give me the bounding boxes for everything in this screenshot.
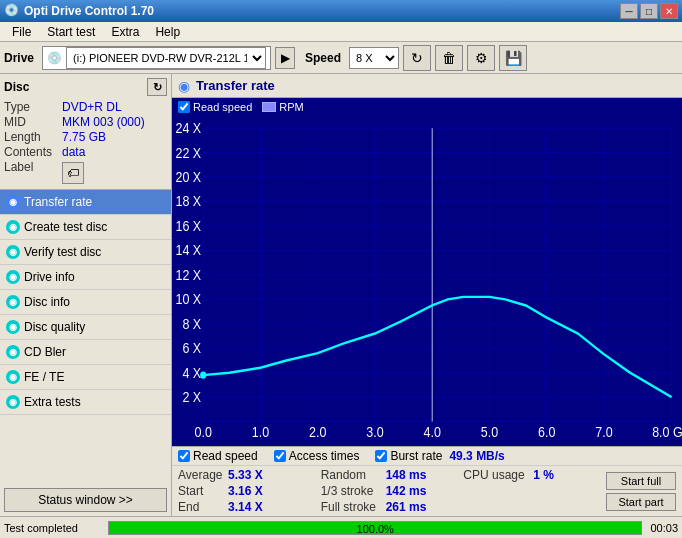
- menu-help[interactable]: Help: [147, 23, 188, 41]
- svg-text:4.0: 4.0: [424, 425, 442, 441]
- full-stroke-row: Full stroke 261 ms: [321, 500, 460, 514]
- disc-refresh-button[interactable]: ↻: [147, 78, 167, 96]
- drive-refresh-button[interactable]: ▶: [275, 47, 295, 69]
- extra-tests-icon: ◉: [6, 395, 20, 409]
- average-label: Average: [178, 468, 228, 482]
- disc-length-label: Length: [4, 130, 62, 144]
- cpu-row: CPU usage 1 %: [463, 468, 602, 482]
- nav-label-transfer-rate: Transfer rate: [24, 195, 92, 209]
- disc-type-label: Type: [4, 100, 62, 114]
- nav-label-cd-bler: CD Bler: [24, 345, 66, 359]
- disc-mid-row: MID MKM 003 (000): [4, 115, 167, 129]
- disc-label-button[interactable]: 🏷: [62, 162, 84, 184]
- title-bar: 💿 Opti Drive Control 1.70 ─ □ ✕: [0, 0, 682, 22]
- svg-text:6 X: 6 X: [182, 340, 201, 356]
- disc-mid-value: MKM 003 (000): [62, 115, 145, 129]
- random-label: Random: [321, 468, 386, 482]
- rpm-legend-color: [262, 102, 276, 112]
- end-row: End 3.14 X: [178, 500, 317, 514]
- erase-button[interactable]: 🗑: [435, 45, 463, 71]
- stroke13-row: 1/3 stroke 142 ms: [321, 484, 460, 498]
- disc-label-row: Label 🏷: [4, 160, 167, 184]
- svg-text:5.0: 5.0: [481, 425, 499, 441]
- chart-legend: Read speed RPM: [172, 98, 682, 116]
- nav-item-fe-te[interactable]: ◉ FE / TE: [0, 365, 171, 390]
- nav-item-extra-tests[interactable]: ◉ Extra tests: [0, 390, 171, 415]
- legend-read-speed-label: Read speed: [193, 101, 252, 113]
- status-time: 00:03: [650, 522, 678, 534]
- cd-bler-icon: ◉: [6, 345, 20, 359]
- random-value: 148 ms: [386, 468, 427, 482]
- menu-extra[interactable]: Extra: [103, 23, 147, 41]
- svg-text:0.0: 0.0: [195, 425, 213, 441]
- nav-item-disc-info[interactable]: ◉ Disc info: [0, 290, 171, 315]
- nav-label-create-test-disc: Create test disc: [24, 220, 107, 234]
- svg-text:2.0: 2.0: [309, 425, 327, 441]
- window-controls: ─ □ ✕: [620, 3, 678, 19]
- burst-rate-checkbox[interactable]: [375, 450, 387, 462]
- minimize-button[interactable]: ─: [620, 3, 638, 19]
- nav-items: ◉ Transfer rate ◉ Create test disc ◉ Ver…: [0, 190, 171, 484]
- start-full-button[interactable]: Start full: [606, 472, 676, 490]
- average-value: 5.33 X: [228, 468, 273, 482]
- disc-contents-value: data: [62, 145, 85, 159]
- disc-info-icon: ◉: [6, 295, 20, 309]
- burst-rate-check-label: Burst rate: [390, 449, 442, 463]
- access-times-checkbox[interactable]: [274, 450, 286, 462]
- status-window-button[interactable]: Status window >>: [4, 488, 167, 512]
- transfer-rate-icon: ◉: [6, 195, 20, 209]
- disc-type-row: Type DVD+R DL: [4, 100, 167, 114]
- svg-rect-0: [172, 116, 682, 446]
- chart-area: 24 X 22 X 20 X 18 X 16 X 14 X 12 X 10 X …: [172, 116, 682, 446]
- read-speed-checkbox-stats[interactable]: [178, 450, 190, 462]
- nav-item-drive-info[interactable]: ◉ Drive info: [0, 265, 171, 290]
- svg-text:6.0: 6.0: [538, 425, 556, 441]
- nav-item-create-test-disc[interactable]: ◉ Create test disc: [0, 215, 171, 240]
- maximize-button[interactable]: □: [640, 3, 658, 19]
- save-button[interactable]: 💾: [499, 45, 527, 71]
- progress-percent: 100.0%: [109, 522, 641, 536]
- start-row: Start 3.16 X: [178, 484, 317, 498]
- burst-rate-check-item: Burst rate 49.3 MB/s: [375, 449, 504, 463]
- content-header: ◉ Transfer rate: [172, 74, 682, 98]
- refresh-button[interactable]: ↻: [403, 45, 431, 71]
- start-label: Start: [178, 484, 228, 498]
- progress-bar: 100.0%: [108, 521, 642, 535]
- drive-label: Drive: [4, 51, 34, 65]
- full-stroke-label: Full stroke: [321, 500, 386, 514]
- nav-label-verify-test-disc: Verify test disc: [24, 245, 101, 259]
- drive-info-icon: ◉: [6, 270, 20, 284]
- speed-dropdown[interactable]: Max2 X4 X8 X12 X16 X: [349, 47, 399, 69]
- nav-item-transfer-rate[interactable]: ◉ Transfer rate: [0, 190, 171, 215]
- nav-item-verify-test-disc[interactable]: ◉ Verify test disc: [0, 240, 171, 265]
- read-speed-checkbox[interactable]: [178, 101, 190, 113]
- toolbar: Drive 💿 (i:) PIONEER DVD-RW DVR-212L 1.2…: [0, 42, 682, 74]
- svg-text:1.0: 1.0: [252, 425, 270, 441]
- settings-button[interactable]: ⚙: [467, 45, 495, 71]
- svg-text:8 X: 8 X: [182, 316, 201, 332]
- nav-label-disc-info: Disc info: [24, 295, 70, 309]
- read-speed-check-label: Read speed: [193, 449, 258, 463]
- main-layout: Disc ↻ Type DVD+R DL MID MKM 003 (000) L…: [0, 74, 682, 516]
- disc-contents-label: Contents: [4, 145, 62, 159]
- disc-header: Disc ↻: [4, 78, 167, 96]
- burst-rate-value: 49.3 MB/s: [449, 449, 504, 463]
- svg-text:24 X: 24 X: [175, 120, 201, 136]
- menu-start-test[interactable]: Start test: [39, 23, 103, 41]
- end-label: End: [178, 500, 228, 514]
- svg-text:3.0: 3.0: [366, 425, 384, 441]
- svg-text:12 X: 12 X: [175, 267, 201, 283]
- disc-length-value: 7.75 GB: [62, 130, 106, 144]
- svg-text:22 X: 22 X: [175, 145, 201, 161]
- verify-test-disc-icon: ◉: [6, 245, 20, 259]
- nav-item-disc-quality[interactable]: ◉ Disc quality: [0, 315, 171, 340]
- legend-read-speed: Read speed: [178, 101, 252, 113]
- close-button[interactable]: ✕: [660, 3, 678, 19]
- nav-item-cd-bler[interactable]: ◉ CD Bler: [0, 340, 171, 365]
- disc-contents-row: Contents data: [4, 145, 167, 159]
- disc-title: Disc: [4, 80, 29, 94]
- start-part-button[interactable]: Start part: [606, 493, 676, 511]
- stats-buttons: Start full Start part: [606, 468, 676, 514]
- menu-file[interactable]: File: [4, 23, 39, 41]
- drive-dropdown[interactable]: (i:) PIONEER DVD-RW DVR-212L 1.28: [66, 47, 266, 69]
